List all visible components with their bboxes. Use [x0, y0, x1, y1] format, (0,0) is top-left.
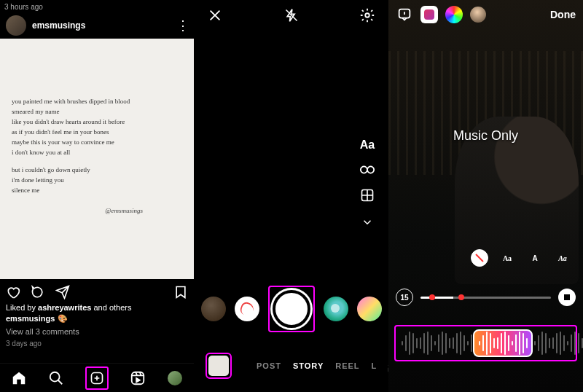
- music-only-label: Music Only: [388, 128, 583, 144]
- duration-badge[interactable]: 15: [396, 289, 413, 306]
- view-comments-link[interactable]: View all 3 comments: [6, 326, 188, 337]
- home-icon[interactable]: [11, 370, 27, 386]
- mode-live[interactable]: L: [372, 361, 377, 370]
- scrub-row: 15: [396, 289, 576, 306]
- svg-point-3: [365, 13, 369, 17]
- search-icon[interactable]: [48, 370, 64, 386]
- capture-row: [194, 286, 388, 332]
- mode-reel[interactable]: REEL: [335, 361, 359, 370]
- style-none-icon[interactable]: [471, 249, 488, 267]
- style-script-icon[interactable]: Aa: [554, 249, 571, 267]
- settings-icon[interactable]: [359, 7, 375, 23]
- waveform-before[interactable]: [400, 329, 473, 357]
- effect-bubble-1[interactable]: [201, 297, 226, 321]
- camera-modes: POST STORY REEL L: [257, 361, 377, 370]
- effect-bubble-4[interactable]: [357, 297, 382, 321]
- effect-bubble-3[interactable]: [324, 297, 348, 321]
- gallery-button[interactable]: [208, 356, 229, 376]
- comment-icon[interactable]: [31, 285, 45, 299]
- profile-nav-avatar[interactable]: [167, 370, 183, 386]
- camera-bottom-row: POST STORY REEL L: [194, 353, 388, 379]
- svg-point-0: [50, 372, 60, 381]
- style-serif-icon[interactable]: Aa: [498, 249, 516, 267]
- flash-off-icon[interactable]: [284, 8, 299, 23]
- post-header: emsmusings ⋮: [0, 12, 194, 39]
- lyric-style-row: Aa A Aa: [471, 249, 571, 267]
- effects-icon[interactable]: [445, 6, 463, 23]
- poem-line: i don't know you at all: [12, 148, 182, 158]
- like-icon[interactable]: [6, 285, 20, 299]
- poem-line: silence me: [12, 186, 182, 196]
- camera-topbar: [194, 7, 388, 23]
- caption-line[interactable]: emsmusings 🎨: [6, 313, 188, 324]
- poem-signature: @emsmusings: [105, 206, 143, 216]
- post-actions: [0, 279, 194, 302]
- post-image[interactable]: you painted me with brushes dipped in bl…: [0, 39, 194, 279]
- waveform-selection[interactable]: [473, 329, 533, 357]
- create-highlight: [85, 366, 109, 390]
- poem-line: you painted me with brushes dipped in bl…: [12, 97, 182, 107]
- poem-line: as if you didn't feel me in your bones: [12, 128, 182, 138]
- share-icon[interactable]: [55, 285, 70, 299]
- boomerang-icon[interactable]: [359, 165, 375, 175]
- waveform-highlight: [394, 325, 577, 361]
- shutter-highlight: [268, 286, 315, 332]
- post-meta: Liked by ashreyawrites and others emsmus…: [0, 302, 194, 349]
- palette-emoji-icon: 🎨: [58, 313, 68, 324]
- report-icon[interactable]: [396, 6, 413, 23]
- close-icon[interactable]: [207, 7, 223, 23]
- author-username[interactable]: emsmusings: [32, 20, 85, 31]
- editor-topbar: Done: [388, 6, 583, 23]
- mode-post[interactable]: POST: [257, 361, 281, 370]
- feed-panel: 3 hours ago emsmusings ⋮ you painted me …: [0, 0, 194, 392]
- svg-rect-2: [132, 372, 144, 384]
- story-camera-panel: Aa POST STORY REEL L: [194, 0, 388, 392]
- post-age: 3 days ago: [6, 339, 188, 349]
- style-bold-icon[interactable]: A: [526, 249, 544, 267]
- reels-icon[interactable]: [130, 370, 146, 386]
- sticker-icon[interactable]: [420, 6, 438, 23]
- likes-line[interactable]: Liked by ashreyawrites and others: [6, 302, 188, 313]
- prev-post-time: 3 hours ago: [0, 0, 194, 12]
- layout-icon[interactable]: [360, 188, 375, 203]
- mode-story[interactable]: STORY: [293, 361, 324, 370]
- stop-button[interactable]: [558, 289, 576, 306]
- poem-line: but i couldn't go down quietly: [12, 165, 182, 176]
- done-button[interactable]: Done: [550, 9, 576, 20]
- effect-bubble-2[interactable]: [235, 297, 259, 321]
- create-icon[interactable]: [89, 370, 105, 386]
- author-avatar[interactable]: [6, 15, 26, 36]
- chevron-down-icon[interactable]: [361, 216, 374, 229]
- post-options-icon[interactable]: ⋮: [176, 17, 188, 34]
- track-scrubber[interactable]: [420, 297, 551, 299]
- gallery-highlight: [206, 353, 232, 379]
- poem-line: smeared my name: [12, 107, 182, 117]
- camera-side-tools: Aa: [359, 138, 375, 229]
- bottom-nav: [0, 363, 194, 392]
- save-icon[interactable]: [173, 285, 188, 299]
- share-target-avatar[interactable]: [470, 7, 486, 23]
- waveform-after[interactable]: [533, 329, 583, 357]
- poem-line: like you didn't draw hearts around it be…: [12, 117, 182, 128]
- shutter-button[interactable]: [273, 290, 310, 328]
- music-editor-panel: Done Music Only Aa A Aa 15: [388, 0, 583, 392]
- poem-line: i'm done letting you: [12, 176, 182, 186]
- text-tool-icon[interactable]: Aa: [360, 138, 375, 152]
- poem-line: maybe this is your way to convince me: [12, 138, 182, 148]
